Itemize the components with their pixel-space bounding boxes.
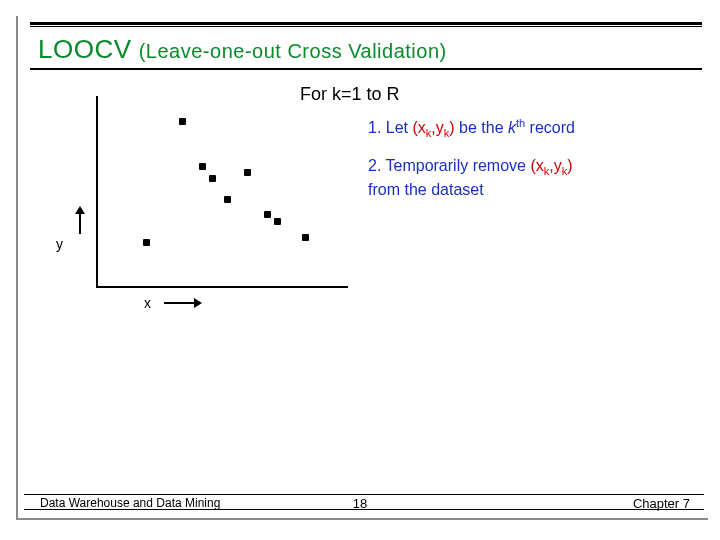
scatter-point xyxy=(264,211,271,218)
footer-rule-top xyxy=(24,494,704,495)
step-1-xparen: (x xyxy=(412,119,425,136)
scatter-point xyxy=(274,218,281,225)
x-axis xyxy=(96,286,348,288)
step-2-lead: Temporarily remove xyxy=(386,157,531,174)
step-1-k: k xyxy=(508,119,516,136)
step-2-tail: from the dataset xyxy=(368,181,484,198)
step-2-close: ) xyxy=(567,157,572,174)
step-1: 1. Let (xk,yk) be the kth record xyxy=(368,116,688,141)
step-2-mid: ,y xyxy=(549,157,561,174)
footer-rule-bottom xyxy=(24,509,704,510)
x-arrow-icon xyxy=(164,302,194,304)
step-1-th: th xyxy=(516,117,525,129)
steps-list: 1. Let (xk,yk) be the kth record 2. Temp… xyxy=(368,116,688,215)
step-2: 2. Temporarily remove (xk,yk) from the d… xyxy=(368,155,688,201)
step-2-xparen: (x xyxy=(530,157,543,174)
slide-edge-bottom xyxy=(16,518,708,520)
title-underline xyxy=(30,68,702,70)
step-1-lead: Let xyxy=(386,119,413,136)
step-1-mid: ,y xyxy=(431,119,443,136)
slide-title: LOOCV (Leave-one-out Cross Validation) xyxy=(38,34,447,65)
scatter-point xyxy=(209,175,216,182)
x-axis-label: x xyxy=(144,295,151,311)
title-rest: (Leave-one-out Cross Validation) xyxy=(139,40,447,62)
step-1-tail2: record xyxy=(525,119,575,136)
step-1-tail1: be the xyxy=(455,119,508,136)
title-rule-thick xyxy=(30,22,702,25)
step-2-num: 2. xyxy=(368,157,381,174)
y-arrow-icon xyxy=(79,214,81,234)
scatter-point xyxy=(244,169,251,176)
step-1-expr: (xk,yk) xyxy=(412,119,454,136)
scatter-point xyxy=(179,118,186,125)
scatter-plot: y x xyxy=(36,96,352,316)
step-1-num: 1. xyxy=(368,119,381,136)
scatter-point xyxy=(224,196,231,203)
step-2-expr: (xk,yk) xyxy=(530,157,572,174)
scatter-point xyxy=(143,239,150,246)
title-acronym: LOOCV xyxy=(38,34,132,64)
title-rule-thin xyxy=(30,26,702,27)
scatter-point xyxy=(302,234,309,241)
scatter-point xyxy=(199,163,206,170)
slide-edge-left xyxy=(16,16,18,518)
y-axis xyxy=(96,96,98,286)
slide: LOOCV (Leave-one-out Cross Validation) F… xyxy=(0,0,720,540)
y-axis-label: y xyxy=(56,236,63,252)
